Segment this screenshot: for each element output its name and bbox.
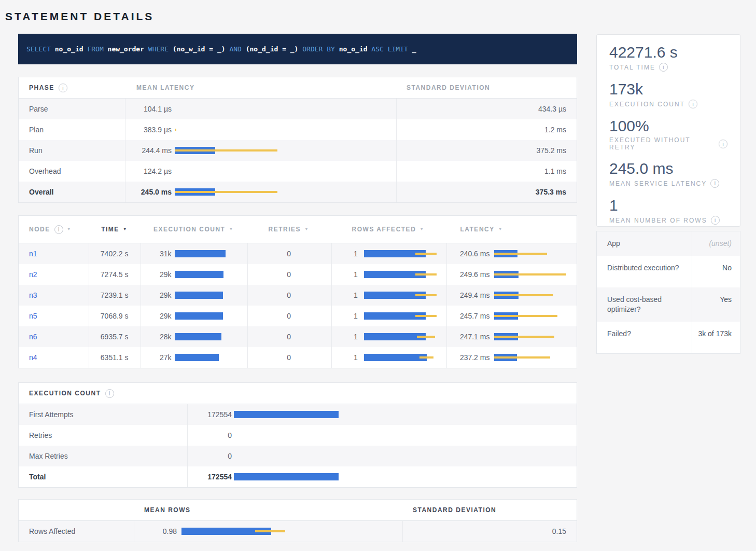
standard-deviation-value: 375.2 ms xyxy=(396,146,577,155)
info-icon[interactable]: i xyxy=(105,389,114,398)
mean-latency-value: 383.9 µs xyxy=(125,126,172,134)
table-row: Overhead 124.2 µs 1.1 ms xyxy=(19,161,577,182)
rows-affected-table-header: MEAN ROWS STANDARD DEVIATION xyxy=(19,500,577,521)
stat-label: MEAN NUMBER OF ROWSi xyxy=(609,216,727,225)
mean-latency-column-header: MEAN LATENCY xyxy=(125,84,396,91)
attribute-label: App xyxy=(597,231,691,256)
node-retries: 0 xyxy=(247,270,331,279)
mean-rows-bar xyxy=(181,528,398,535)
node-retries: 0 xyxy=(247,250,331,258)
stat-label-text: EXECUTION COUNT xyxy=(609,101,685,108)
stat-value: 100% xyxy=(609,117,727,135)
node-retries: 0 xyxy=(247,333,331,341)
node-link[interactable]: n5 xyxy=(29,312,37,320)
execution-count-bar xyxy=(175,333,245,340)
attribute-label: Distributed execution? xyxy=(597,256,691,287)
node-time: 7239.1 s xyxy=(89,291,141,299)
sort-caret-icon[interactable]: ▼ xyxy=(67,227,72,231)
page-title: STATEMENT DETAILS xyxy=(5,10,154,23)
node-execution-count: 28k xyxy=(141,333,172,341)
rows-affected-bar xyxy=(364,312,444,320)
info-icon[interactable]: i xyxy=(710,179,719,188)
retries-column-header[interactable]: RETRIES▼ xyxy=(247,226,331,233)
stat-label-text: TOTAL TIME xyxy=(609,64,655,71)
latency-bar xyxy=(175,126,392,133)
attribute-label: Failed? xyxy=(597,322,691,353)
sort-caret-icon[interactable]: ▼ xyxy=(123,227,128,231)
mean-latency-value: 124.2 µs xyxy=(125,167,172,175)
sort-caret-icon[interactable]: ▼ xyxy=(304,227,309,231)
table-row: Overall 245.0 ms 375.3 ms xyxy=(19,182,577,202)
node-latency: 240.6 ms xyxy=(445,250,489,258)
info-icon[interactable]: i xyxy=(54,225,63,234)
attribute-value: No xyxy=(691,256,740,287)
stat-mean-service-latency: 245.0 ms MEAN SERVICE LATENCYi xyxy=(609,159,727,188)
node-time: 7274.5 s xyxy=(89,270,141,279)
sort-caret-icon[interactable]: ▼ xyxy=(419,227,424,231)
node-link[interactable]: n1 xyxy=(29,250,37,258)
table-row: First Attempts 172554 xyxy=(19,404,577,425)
exec-row-value: 172554 xyxy=(187,410,232,419)
exec-row-label: Retries xyxy=(19,431,187,439)
stat-label: TOTAL TIMEi xyxy=(609,63,727,72)
node-row: n2 7274.5 s 29k 0 1 249.6 ms xyxy=(19,264,577,285)
info-icon[interactable]: i xyxy=(659,63,668,72)
node-retries: 0 xyxy=(247,353,331,362)
node-link[interactable]: n2 xyxy=(29,270,37,279)
attribute-value: Yes xyxy=(691,287,740,322)
phase-latency-table: PHASEi MEAN LATENCY STANDARD DEVIATION P… xyxy=(18,77,577,203)
table-row: Total 172554 xyxy=(19,466,577,487)
per-node-stats-table: NODEi▼ TIME▼ EXECUTION COUNT▼ RETRIES▼ R… xyxy=(18,215,577,368)
sort-caret-icon[interactable]: ▼ xyxy=(229,227,233,231)
latency-bar xyxy=(494,250,575,257)
execution-count-table-header: EXECUTION COUNTi xyxy=(19,383,577,404)
attribute-label: Used cost-based optimizer? xyxy=(597,287,691,322)
stat-mean-number-of-rows: 1 MEAN NUMBER OF ROWSi xyxy=(609,196,727,225)
info-icon[interactable]: i xyxy=(719,140,727,148)
latency-bar xyxy=(494,271,575,278)
stat-executed-without-retry: 100% EXECUTED WITHOUT RETRYi xyxy=(609,117,727,151)
sql-identifier: _ xyxy=(412,45,416,53)
sql-identifier: no_o_id xyxy=(339,45,368,53)
sql-keyword: FROM xyxy=(83,45,108,53)
attribute-row-app: App (unset) xyxy=(597,231,740,256)
node-retries: 0 xyxy=(247,291,331,299)
execution-count-column-header[interactable]: EXECUTION COUNT▼ xyxy=(141,226,247,233)
phase-header-label: PHASE xyxy=(29,84,54,91)
sql-identifier: (no_w_id = _) xyxy=(173,45,226,53)
statement-attributes-table: App (unset) Distributed execution? No Us… xyxy=(596,231,740,354)
stat-label-text: MEAN SERVICE LATENCY xyxy=(609,180,707,187)
stat-label: EXECUTED WITHOUT RETRYi xyxy=(609,136,727,151)
standard-deviation-value: 434.3 µs xyxy=(396,105,577,113)
stat-value: 245.0 ms xyxy=(609,159,727,178)
node-rows-affected: 1 xyxy=(331,333,358,341)
standard-deviation-column-header: STANDARD DEVIATION xyxy=(402,506,577,514)
latency-header-label: LATENCY xyxy=(460,226,494,233)
node-link[interactable]: n6 xyxy=(29,333,37,341)
rows-affected-column-header[interactable]: ROWS AFFECTED▼ xyxy=(331,226,446,233)
node-link[interactable]: n4 xyxy=(29,353,37,362)
info-icon[interactable]: i xyxy=(59,84,67,92)
info-icon[interactable]: i xyxy=(689,100,697,108)
table-row: Parse 104.1 µs 434.3 µs xyxy=(19,99,577,119)
node-column-header[interactable]: NODEi▼ xyxy=(19,225,89,234)
exec-row-value: 0 xyxy=(187,452,232,460)
count-bar xyxy=(234,411,571,418)
table-row: Plan 383.9 µs 1.2 ms xyxy=(19,119,577,140)
latency-bar xyxy=(175,105,392,113)
standard-deviation-value: 0.15 xyxy=(402,527,577,535)
sql-identifier: (no_d_id = _) xyxy=(246,45,299,53)
node-link[interactable]: n3 xyxy=(29,291,37,299)
phase-label: Parse xyxy=(19,105,125,113)
info-icon[interactable]: i xyxy=(711,216,720,225)
exec-row-label: Max Retries xyxy=(19,452,187,460)
latency-bar xyxy=(494,333,575,340)
time-column-header[interactable]: TIME▼ xyxy=(89,226,141,233)
latency-column-header[interactable]: LATENCY▼ xyxy=(445,226,577,233)
attribute-row-cost-based-optimizer: Used cost-based optimizer? Yes xyxy=(597,287,740,322)
count-bar xyxy=(234,473,571,480)
node-rows-affected: 1 xyxy=(331,250,358,258)
node-latency: 249.4 ms xyxy=(445,291,489,299)
sort-caret-icon[interactable]: ▼ xyxy=(498,227,503,231)
sql-identifier: no_o_id xyxy=(55,45,83,53)
